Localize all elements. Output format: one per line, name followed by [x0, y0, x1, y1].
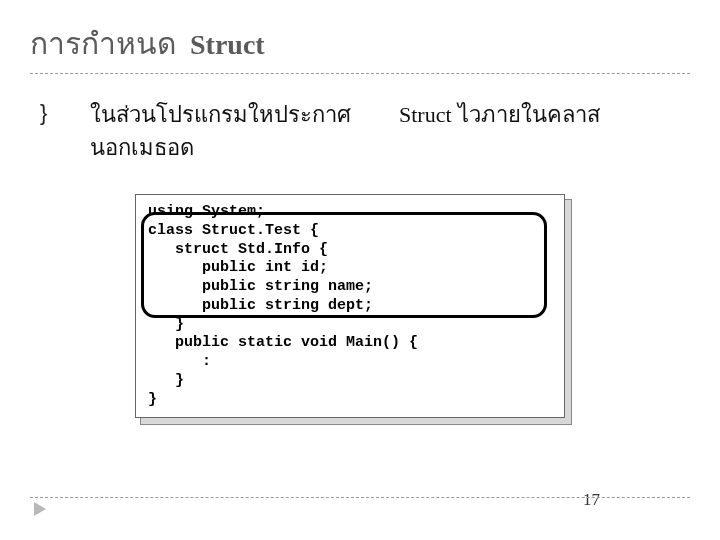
footer-row: [30, 502, 690, 516]
bullet-text: ในส่วนโปรแกรมใหประกาศStruct ไวภายในคลาส …: [90, 98, 600, 164]
bullet-icon: }: [40, 98, 60, 129]
slide: การกำหนด Struct } ในส่วนโปรแกรมใหประกาศS…: [0, 0, 720, 540]
code-l5: public string name;: [148, 278, 373, 295]
code-l4: public int id;: [148, 259, 328, 276]
bullet-line2: นอกเมธอด: [90, 135, 194, 160]
code-l1: using System;: [148, 203, 265, 220]
title-thai: การกำหนด: [30, 20, 176, 67]
code-l8: public static void Main() {: [148, 334, 418, 351]
slide-title: การกำหนด Struct: [30, 20, 690, 67]
footer-arrow-icon: [34, 502, 46, 516]
bullet-item: } ในส่วนโปรแกรมใหประกาศStruct ไวภายในคลา…: [40, 98, 690, 164]
bullet-line1-a: ในส่วนโปรแกรมใหประกาศ: [90, 102, 351, 127]
code-l10: }: [148, 372, 184, 389]
code-box: using System; class Struct.Test { struct…: [135, 194, 565, 418]
footer: [30, 497, 690, 516]
code-block: using System; class Struct.Test { struct…: [135, 194, 565, 418]
body-content: } ในส่วนโปรแกรมใหประกาศStruct ไวภายในคลา…: [30, 98, 690, 418]
bullet-line1-en: Struct: [399, 102, 452, 127]
code-l2: class Struct.Test {: [148, 222, 319, 239]
code-l6: public string dept;: [148, 297, 373, 314]
code-l7: }: [148, 316, 184, 333]
footer-divider: [30, 497, 690, 498]
title-english: Struct: [190, 29, 265, 61]
bullet-line1-th: ไวภายในคลาส: [458, 102, 600, 127]
title-divider: [30, 73, 690, 74]
code-l9: :: [148, 353, 211, 370]
code-l11: }: [148, 391, 157, 408]
code-l3: struct Std.Info {: [148, 241, 328, 258]
